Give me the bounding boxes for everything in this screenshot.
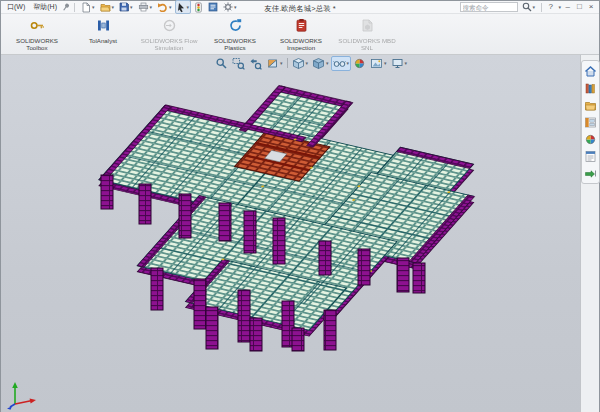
zoom-to-area-button[interactable] <box>230 56 247 71</box>
addin-inspection-button[interactable]: SOLIDWORKS Inspection <box>269 17 333 51</box>
dropdown-caret-icon: ▾ <box>169 5 172 10</box>
view-settings-button[interactable]: ▾ <box>389 56 410 71</box>
save-button[interactable]: ▾ <box>117 0 135 14</box>
solidworks-window: 口(W) 帮助(H) ▾ ▾ ▾ ▾ ▾ ▾ ▾ 友佳.欧尚名城>总装 * ▾ … <box>0 0 600 412</box>
dropdown-caret-icon: ▾ <box>533 5 536 10</box>
search-button[interactable]: ▾ <box>520 0 538 14</box>
divider <box>287 58 288 68</box>
menu-window[interactable]: 口(W) <box>4 2 28 12</box>
previous-view-button[interactable] <box>247 56 264 71</box>
restore-button[interactable]: □ <box>574 3 584 11</box>
print-button[interactable]: ▾ <box>136 0 155 14</box>
view-palette-button[interactable] <box>583 115 597 129</box>
ribbon-addins: SOLIDWORKS Toolbox TolAnalyst SOLIDWORKS… <box>1 14 599 55</box>
mbd-icon <box>360 18 375 37</box>
dropdown-caret-icon: ▾ <box>187 5 190 10</box>
heads-up-toolbar: ▾ ▾ ▾ ▾ ▾ ▾ <box>213 56 409 70</box>
divider <box>74 3 75 12</box>
assembly-model <box>1 55 582 412</box>
addin-plastics-button[interactable]: SOLIDWORKS Plastics <box>203 17 267 51</box>
quick-access-toolbar: ▾ ▾ ▾ ▾ ▾ ▾ ▾ <box>79 0 239 14</box>
new-document-button[interactable]: ▾ <box>79 0 97 14</box>
solidworks-forum-button[interactable] <box>583 166 597 180</box>
custom-properties-button[interactable] <box>583 149 597 163</box>
addin-mbd-button: SOLIDWORKS MBD SNL <box>335 17 399 51</box>
addin-label: SOLIDWORKS Toolbox <box>7 38 67 51</box>
dropdown-caret-icon: ▾ <box>150 5 153 10</box>
options-button[interactable]: ▾ <box>221 0 239 14</box>
addin-flow-simulation-button: SOLIDWORKS Flow Simulation <box>137 17 201 51</box>
close-button[interactable]: × <box>586 3 596 11</box>
dropdown-caret-icon: ▾ <box>405 61 408 66</box>
addin-label: SOLIDWORKS Plastics <box>205 38 265 51</box>
toolbox-icon <box>30 18 45 37</box>
titlebar-right: ▾ ? ▾ – □ × <box>460 0 596 14</box>
zoom-to-fit-button[interactable] <box>213 56 230 71</box>
inspection-icon <box>294 18 309 37</box>
pin-icon[interactable] <box>62 2 70 13</box>
undo-button[interactable]: ▾ <box>155 0 174 14</box>
design-library-button[interactable] <box>583 81 597 95</box>
graphics-area[interactable]: ▾ ▾ ▾ ▾ ▾ ▾ <box>1 55 582 412</box>
solidworks-resources-button[interactable] <box>583 64 597 78</box>
title-bar: 口(W) 帮助(H) ▾ ▾ ▾ ▾ ▾ ▾ ▾ 友佳.欧尚名城>总装 * ▾ … <box>1 1 599 14</box>
dropdown-caret-icon: ▾ <box>130 5 133 10</box>
dropdown-caret-icon: ▾ <box>92 5 95 10</box>
addin-label: SOLIDWORKS MBD SNL <box>337 38 397 51</box>
dropdown-caret-icon: ▾ <box>326 61 329 66</box>
tolanalyst-icon <box>96 18 111 37</box>
dropdown-caret-icon: ▾ <box>280 61 283 66</box>
dropdown-caret-icon: ▾ <box>559 5 562 10</box>
task-pane-tabs <box>581 60 600 184</box>
hide-show-items-button[interactable]: ▾ <box>331 56 352 71</box>
view-orientation-button[interactable]: ▾ <box>290 56 311 71</box>
dropdown-caret-icon: ▾ <box>384 61 387 66</box>
addin-toolbox-button[interactable]: SOLIDWORKS Toolbox <box>5 17 69 51</box>
menu-help[interactable]: 帮助(H) <box>30 2 60 12</box>
rebuild-button[interactable] <box>192 0 205 14</box>
search-input[interactable] <box>460 2 518 12</box>
addin-label: TolAnalyst <box>73 38 133 45</box>
apply-scene-button[interactable]: ▾ <box>368 56 389 71</box>
divider <box>541 3 542 12</box>
dropdown-caret-icon: ▾ <box>112 5 115 10</box>
section-view-button[interactable]: ▾ <box>264 56 285 71</box>
dropdown-caret-icon: ▾ <box>347 61 350 66</box>
select-button[interactable]: ▾ <box>175 0 192 14</box>
plastics-icon <box>228 18 243 37</box>
edit-appearance-button[interactable] <box>351 56 368 71</box>
addin-tolanalyst-button[interactable]: TolAnalyst <box>71 17 135 45</box>
reference-triad <box>4 378 44 410</box>
display-style-button[interactable]: ▾ <box>310 56 331 71</box>
flow-simulation-icon <box>162 18 177 37</box>
open-button[interactable]: ▾ <box>98 0 117 14</box>
appearances-scenes-button[interactable] <box>583 132 597 146</box>
addin-label: SOLIDWORKS Inspection <box>271 38 331 51</box>
help-button[interactable]: ? <box>546 3 555 11</box>
task-pane <box>580 55 599 412</box>
file-explorer-button[interactable] <box>583 98 597 112</box>
minimize-button[interactable]: – <box>563 3 572 11</box>
file-properties-button[interactable] <box>206 0 220 14</box>
addin-label: SOLIDWORKS Flow Simulation <box>139 38 199 51</box>
dropdown-caret-icon: ▾ <box>234 5 237 10</box>
dropdown-caret-icon: ▾ <box>306 61 309 66</box>
